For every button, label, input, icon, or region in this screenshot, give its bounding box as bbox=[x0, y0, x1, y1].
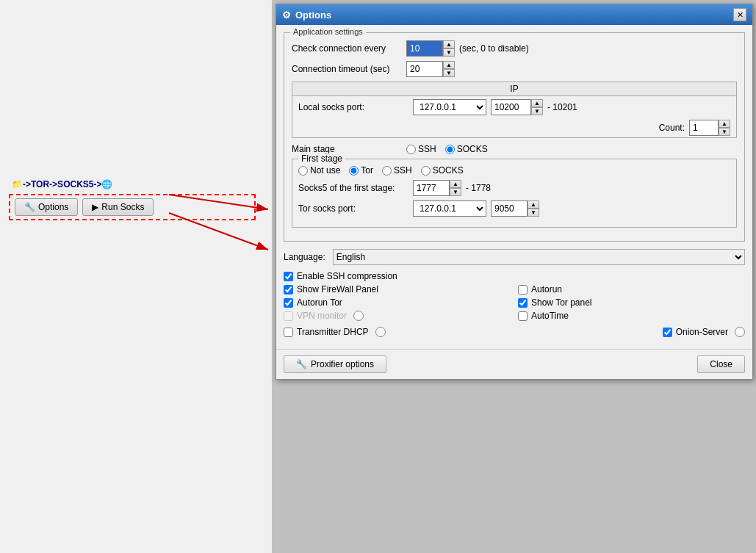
count-down[interactable]: ▼ bbox=[719, 128, 730, 136]
globe-icon: 🌐 bbox=[101, 179, 112, 189]
timeout-spinner-down[interactable]: ▼ bbox=[443, 69, 455, 77]
options-button[interactable]: 🔧 Options bbox=[15, 198, 78, 216]
check-connection-input[interactable]: 10 bbox=[406, 40, 443, 57]
tor-socks-row: Tor socks port: 127.0.0.1 9050 ▲ ▼ bbox=[298, 200, 730, 217]
main-stage-ssh-option[interactable]: SSH bbox=[406, 144, 436, 154]
run-socks-button[interactable]: ▶ Run Socks bbox=[82, 198, 154, 216]
connection-timeout-row: Connection timeout (sec) 20 ▲ ▼ bbox=[292, 61, 737, 77]
show-tor-checkbox-row[interactable]: Show Tor panel bbox=[518, 297, 745, 308]
tor-socks-ip-dropdown[interactable]: 127.0.0.1 bbox=[413, 200, 486, 217]
check-connection-label: Check connection every bbox=[292, 43, 402, 54]
show-tor-checkbox[interactable] bbox=[518, 298, 528, 308]
language-dropdown[interactable]: English Russian German bbox=[333, 249, 745, 265]
count-input[interactable]: 1 bbox=[689, 120, 719, 136]
main-stage-socks-option[interactable]: SOCKS bbox=[445, 144, 488, 154]
local-socks-port-spinner[interactable]: 10200 ▲ ▼ bbox=[491, 99, 543, 115]
first-stage-notuse-option[interactable]: Not use bbox=[298, 165, 340, 176]
first-stage-socks-radio[interactable] bbox=[421, 166, 431, 176]
chain-text: ->TOR->SOCKS5-> bbox=[23, 179, 101, 189]
app-panel: 📁 ->TOR->SOCKS5-> 🌐 🔧 Options ▶ Run Sock… bbox=[7, 176, 257, 222]
socks5-port-input[interactable]: 1777 bbox=[413, 180, 450, 196]
tor-port-down[interactable]: ▼ bbox=[528, 209, 539, 217]
socks5-spinner[interactable]: 1777 ▲ ▼ bbox=[413, 180, 461, 196]
proxifier-icon: 🔧 bbox=[296, 359, 307, 369]
spinner-up[interactable]: ▲ bbox=[443, 40, 455, 48]
dialog-close-button[interactable]: ✕ bbox=[733, 8, 746, 21]
autotime-checkbox[interactable] bbox=[518, 311, 528, 321]
check-connection-spinner[interactable]: 10 ▲ ▼ bbox=[406, 40, 455, 57]
tor-socks-port-spinner[interactable]: 9050 ▲ ▼ bbox=[491, 200, 539, 217]
first-stage-socks-option[interactable]: SOCKS bbox=[421, 165, 464, 176]
autotime-checkbox-row[interactable]: AutoTime bbox=[518, 311, 745, 321]
autorun-checkbox-row[interactable]: Autorun bbox=[518, 284, 745, 294]
show-firewall-checkbox-row[interactable]: Show FireWall Panel bbox=[284, 284, 511, 294]
bottom-checkboxes-row: Transmitter DHCP Onion-Server bbox=[284, 327, 745, 337]
main-stage-ssh-radio[interactable] bbox=[406, 145, 416, 154]
tor-port-up[interactable]: ▲ bbox=[528, 200, 539, 209]
first-stage-ssh-option[interactable]: SSH bbox=[382, 165, 412, 176]
first-stage-box: First stage Not use Tor SSH bbox=[292, 159, 737, 228]
transmitter-dhcp-indicator bbox=[375, 327, 386, 337]
socks-port-spinner-btns[interactable]: ▲ ▼ bbox=[531, 99, 543, 115]
autorun-checkbox[interactable] bbox=[518, 285, 528, 294]
socks5-spinner-btns[interactable]: ▲ ▼ bbox=[450, 180, 461, 196]
panel-buttons: 🔧 Options ▶ Run Socks bbox=[9, 194, 256, 220]
first-stage-ssh-radio[interactable] bbox=[382, 166, 392, 176]
tor-port-spinner-btns[interactable]: ▲ ▼ bbox=[528, 200, 539, 217]
onion-server-checkbox[interactable] bbox=[663, 328, 672, 337]
enable-ssh-checkbox-row[interactable]: Enable SSH compression bbox=[284, 271, 745, 281]
socks-port-up[interactable]: ▲ bbox=[531, 99, 543, 107]
onion-server-checkbox-row[interactable]: Onion-Server bbox=[663, 327, 745, 337]
ip-header: IP bbox=[292, 82, 736, 96]
options-icon: ⚙ bbox=[282, 10, 291, 21]
socks-port-down[interactable]: ▼ bbox=[531, 107, 543, 115]
enable-ssh-label: Enable SSH compression bbox=[297, 271, 397, 281]
local-socks-row: Local socks port: 127.0.0.1 10200 ▲ ▼ - … bbox=[292, 96, 736, 118]
transmitter-dhcp-checkbox-row[interactable]: Transmitter DHCP bbox=[284, 327, 386, 337]
main-stage-radio-group: SSH SOCKS bbox=[406, 144, 488, 154]
close-button[interactable]: Close bbox=[697, 355, 745, 373]
transmitter-dhcp-checkbox[interactable] bbox=[284, 328, 293, 337]
count-spinner-btns[interactable]: ▲ ▼ bbox=[719, 120, 730, 136]
first-stage-tor-radio[interactable] bbox=[349, 166, 359, 176]
tor-socks-port-input[interactable]: 9050 bbox=[491, 200, 528, 217]
background-panel bbox=[0, 0, 272, 553]
count-up[interactable]: ▲ bbox=[719, 120, 730, 128]
spinner-down[interactable]: ▼ bbox=[443, 48, 455, 57]
autorun-tor-label: Autorun Tor bbox=[297, 297, 342, 308]
onion-server-label: Onion-Server bbox=[676, 327, 728, 337]
app-settings-group: Application settings Check connection ev… bbox=[284, 32, 745, 242]
connection-timeout-input[interactable]: 20 bbox=[406, 61, 443, 77]
timeout-spinner-up[interactable]: ▲ bbox=[443, 61, 455, 69]
autorun-tor-checkbox-row[interactable]: Autorun Tor bbox=[284, 297, 511, 308]
show-firewall-checkbox[interactable] bbox=[284, 285, 293, 294]
count-label: Count: bbox=[659, 123, 685, 133]
ip-section: IP Local socks port: 127.0.0.1 10200 ▲ ▼… bbox=[292, 82, 737, 138]
tor-socks-label: Tor socks port: bbox=[298, 203, 408, 214]
dialog-title: ⚙ Options bbox=[282, 10, 331, 21]
enable-ssh-checkbox[interactable] bbox=[284, 272, 293, 281]
checkbox-grid: Show FireWall Panel Autorun Autorun Tor … bbox=[284, 284, 745, 321]
count-row: Count: 1 ▲ ▼ bbox=[292, 118, 736, 137]
autotime-label: AutoTime bbox=[531, 311, 569, 321]
socks5-port-up[interactable]: ▲ bbox=[450, 180, 461, 188]
local-socks-port-input[interactable]: 10200 bbox=[491, 99, 531, 115]
check-connection-spinner-btns[interactable]: ▲ ▼ bbox=[443, 40, 455, 57]
proxifier-options-button[interactable]: 🔧 Proxifier options bbox=[284, 355, 386, 373]
main-stage-label: Main stage bbox=[292, 144, 402, 154]
autorun-tor-checkbox[interactable] bbox=[284, 298, 293, 308]
transmitter-dhcp-label: Transmitter DHCP bbox=[297, 327, 369, 337]
timeout-spinner-btns[interactable]: ▲ ▼ bbox=[443, 61, 455, 77]
first-stage-tor-option[interactable]: Tor bbox=[349, 165, 373, 176]
socks-port-end: - 10201 bbox=[547, 102, 577, 112]
dialog-titlebar: ⚙ Options ✕ bbox=[276, 4, 752, 25]
autorun-label: Autorun bbox=[531, 284, 562, 294]
local-socks-ip-dropdown[interactable]: 127.0.0.1 bbox=[413, 99, 486, 115]
onion-server-indicator bbox=[735, 327, 745, 337]
count-spinner[interactable]: 1 ▲ ▼ bbox=[689, 120, 730, 136]
socks5-port-down[interactable]: ▼ bbox=[450, 188, 461, 196]
connection-timeout-spinner[interactable]: 20 ▲ ▼ bbox=[406, 61, 455, 77]
first-stage-notuse-radio[interactable] bbox=[298, 166, 308, 176]
vpn-monitor-label: VPN monitor bbox=[297, 311, 347, 321]
main-stage-socks-radio[interactable] bbox=[445, 145, 455, 154]
